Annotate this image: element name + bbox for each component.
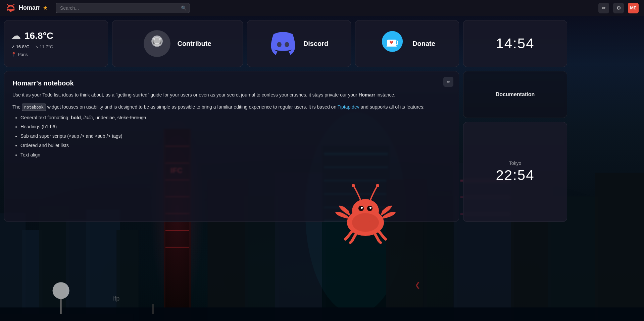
arrow-down-icon: ↘: [35, 44, 39, 49]
donate-icon-wrapper: [379, 30, 406, 57]
list-item: Text align: [20, 151, 451, 159]
weather-high: ↗ 16.8°C: [11, 44, 30, 49]
svg-rect-60: [396, 41, 397, 44]
location-icon: 📍: [11, 52, 16, 57]
svg-point-61: [386, 45, 397, 47]
donate-label: Donate: [412, 40, 435, 48]
notebook-intro: Use it as your Todo list, ideas to think…: [12, 91, 451, 99]
search-icon: 🔍: [181, 5, 187, 11]
weather-range: ↗ 16.8°C ↘ 11.7°C: [11, 44, 53, 49]
weather-temp: ☁ 16.8°C: [11, 30, 53, 42]
svg-point-46: [11, 8, 12, 9]
navbar-actions: ✏ ⚙ ME: [598, 3, 639, 13]
documentation-label: Documentation: [496, 91, 535, 98]
weather-temperature: 16.8°C: [24, 30, 53, 41]
app-name: Homarr: [19, 4, 40, 11]
arrow-up-icon: ↗: [11, 44, 15, 49]
list-item: General text formatting: bold, italic, u…: [20, 114, 451, 122]
navbar: Homarr ★ 🔍 ✏ ⚙ ME: [0, 0, 644, 16]
clock-tokyo-inner: Tokyo 22:54: [496, 160, 534, 183]
documentation-widget[interactable]: Documentation: [463, 71, 567, 118]
clock-tokyo-widget[interactable]: Tokyo 22:54: [463, 122, 567, 222]
clock-local-widget[interactable]: 14:54: [463, 20, 567, 67]
cloud-icon: ☁: [11, 30, 20, 42]
notebook-title: Homarr's notebook: [12, 79, 451, 87]
weather-low: ↘ 11.7°C: [35, 44, 53, 49]
svg-point-55: [277, 42, 281, 47]
svg-point-53: [159, 38, 161, 40]
star-icon: ★: [43, 5, 48, 11]
github-icon: [144, 30, 170, 57]
list-item: Sub and super scripts (<sup /> and <sub …: [20, 132, 451, 140]
notebook-edit-button[interactable]: ✏: [443, 77, 453, 87]
svg-point-52: [153, 38, 155, 40]
list-item: Ordered and bullet lists: [20, 142, 451, 150]
search-input[interactable]: [56, 3, 190, 13]
notebook-features-list: General text formatting: bold, italic, u…: [12, 114, 451, 159]
list-item: Headings (h1-h6): [20, 123, 451, 131]
clock-tokyo-time: 22:54: [496, 167, 534, 183]
notebook-widget: ✏ Homarr's notebook Use it as your Todo …: [4, 71, 459, 222]
contribute-icon-wrapper: [144, 30, 170, 57]
notebook-content: Use it as your Todo list, ideas to think…: [12, 91, 451, 159]
donate-widget[interactable]: Donate: [355, 20, 459, 67]
contribute-label: Contribute: [177, 40, 211, 48]
weather-widget[interactable]: ☁ 16.8°C ↗ 16.8°C ↘ 11.7°C 📍 Paris: [4, 20, 108, 67]
homarr-logo-icon: [5, 3, 16, 13]
svg-point-56: [285, 42, 289, 47]
notebook-desc: The notebook widget focuses on usability…: [12, 103, 451, 111]
notebook-badge: notebook: [22, 104, 46, 111]
discord-label: Discord: [303, 40, 328, 48]
svg-point-47: [7, 4, 8, 5]
edit-button[interactable]: ✏: [598, 3, 609, 13]
discord-widget[interactable]: Discord: [247, 20, 351, 67]
search-bar[interactable]: 🔍: [56, 3, 190, 13]
app-logo[interactable]: Homarr ★: [5, 3, 48, 13]
tiptap-link[interactable]: Tiptap.dev: [338, 104, 359, 110]
svg-point-54: [154, 43, 160, 46]
edit-icon: ✏: [447, 79, 450, 84]
settings-button[interactable]: ⚙: [613, 3, 624, 13]
contribute-widget[interactable]: Contribute: [112, 20, 243, 67]
clock-local-time: 14:54: [496, 36, 534, 52]
user-avatar[interactable]: ME: [628, 3, 639, 13]
svg-point-45: [9, 8, 10, 9]
discord-icon-wrapper: [270, 30, 297, 57]
svg-point-48: [13, 4, 14, 5]
weather-location: 📍 Paris: [11, 52, 28, 57]
clock-tokyo-city: Tokyo: [496, 160, 534, 166]
